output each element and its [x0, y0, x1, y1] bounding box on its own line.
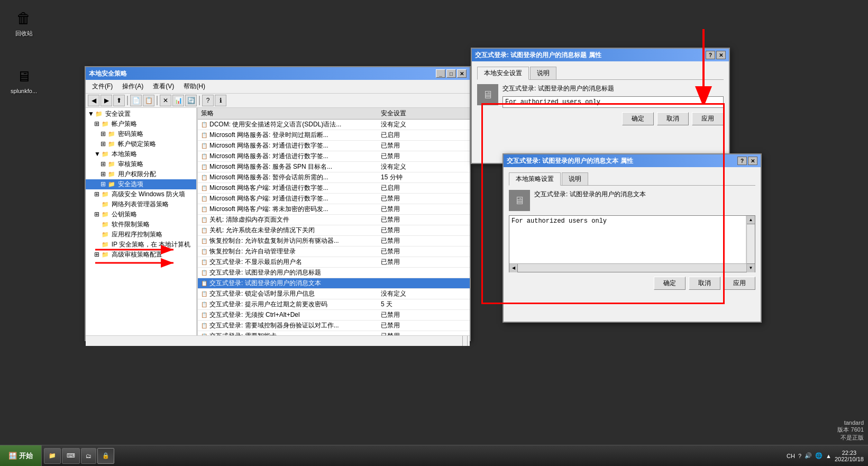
dialog1-cancel-btn[interactable]: 取消 — [657, 112, 689, 125]
policy-icon: 📋 — [201, 249, 207, 254]
policy-name: 📋交互式登录: 提示用户在过期之前更改密码 — [198, 299, 378, 310]
tree-secoptions[interactable]: ⊞ 📁 安全选项 — [86, 179, 196, 189]
table-row[interactable]: 📋DCOM: 使用安全描述符定义语言(SDDL)语法...没有定义 — [198, 120, 470, 130]
extra-button[interactable]: ℹ — [215, 95, 226, 106]
splunk-icon[interactable]: 🖥 splunkfo... — [5, 63, 42, 96]
table-row[interactable]: 📋Microsoft 网络客户端: 对通信进行数字签...已启用 — [198, 183, 470, 194]
tree-account[interactable]: ⊞ 📁 帐户策略 — [86, 119, 196, 129]
corner-line2: 版本 7601 — [837, 426, 864, 434]
tree-local[interactable]: ▼ 📁 本地策略 — [86, 149, 196, 159]
menu-view[interactable]: 查看(V) — [149, 81, 178, 92]
taskbar-security[interactable]: 🔒 — [97, 448, 114, 464]
main-title: 本地安全策略 — [89, 69, 127, 78]
table-row[interactable]: 📋Microsoft 网络客户端: 对通信进行数字签...已禁用 — [198, 194, 470, 204]
tree-appcontrol[interactable]: 📁 应用程序控制策略 — [86, 230, 196, 240]
taskbar-folder[interactable]: 🗂 — [81, 448, 96, 464]
forward-button[interactable]: ▶ — [100, 95, 112, 106]
policy-main-area: 策略 安全设置 📋DCOM: 使用安全描述符定义语言(SDDL)语法...没有定… — [198, 108, 470, 335]
table-row[interactable]: 📋Microsoft 网络客户端: 将未加密的密码发...已禁用 — [198, 204, 470, 215]
help-button[interactable]: ? — [202, 95, 214, 106]
dialog2-apply-btn[interactable]: 应用 — [724, 277, 755, 290]
taskbar-help-icon[interactable]: ? — [798, 453, 801, 459]
up-button[interactable]: ⬆ — [113, 95, 125, 106]
dialog2-cancel-btn[interactable]: 取消 — [689, 277, 720, 290]
import-button[interactable]: 📋 — [143, 95, 154, 106]
main-window: 本地安全策略 _ □ ✕ 文件(F) 操作(A) 查看(V) 帮助(H) ◀ ▶… — [85, 66, 471, 341]
table-row[interactable]: 📋交互式登录: 需要域控制器身份验证以对工作...已禁用 — [198, 321, 470, 331]
tree-netlist[interactable]: 📁 网络列表管理器策略 — [86, 199, 196, 209]
table-row[interactable]: 📋恢复控制台: 允许软盘复制并访问所有驱动器...已禁用 — [198, 236, 470, 246]
menu-action[interactable]: 操作(A) — [118, 81, 148, 92]
minimize-button[interactable]: _ — [436, 69, 445, 78]
tree-audit[interactable]: ⊞ 📁 审核策略 — [86, 159, 196, 169]
recycle-bin-icon[interactable]: 🗑 回收站 — [5, 5, 42, 40]
tree-root[interactable]: ▼ 📁 安全设置 — [86, 109, 196, 119]
start-button[interactable]: 🪟 开始 — [0, 445, 42, 466]
tree-password[interactable]: ⊞ 📁 密码策略 — [86, 129, 196, 139]
taskbar-explorer[interactable]: 📁 — [44, 448, 61, 464]
dialog1-title: 交互式登录: 试图登录的用户的消息标题 属性 — [475, 51, 601, 60]
policy-setting — [378, 268, 470, 278]
table-row[interactable]: 📋Microsoft 网络服务器: 对通信进行数字签...已禁用 — [198, 141, 470, 151]
tree-firewall[interactable]: ⊞ 📁 高级安全 Windows 防火墙 — [86, 189, 196, 199]
dialog1-tab-explain[interactable]: 说明 — [530, 67, 556, 79]
table-row[interactable]: 📋交互式登录: 无须按 Ctrl+Alt+Del已禁用 — [198, 310, 470, 321]
delete-button[interactable]: ✕ — [160, 95, 171, 106]
dialog2-ok-btn[interactable]: 确定 — [654, 277, 686, 290]
recycle-bin-label: 回收站 — [15, 30, 33, 38]
dialog2-help-btn[interactable]: ? — [737, 157, 747, 165]
dialog2-tab-settings[interactable]: 本地策略设置 — [509, 172, 561, 186]
taskbar-cmd[interactable]: ⌨ — [62, 448, 80, 464]
tree-advaudit[interactable]: ⊞ 📁 高级审核策略配置 — [86, 250, 196, 260]
props-button[interactable]: 📊 — [172, 95, 184, 106]
table-row[interactable]: 📋Microsoft 网络服务器: 登录时间过期后断...已启用 — [198, 130, 470, 141]
table-row[interactable]: 📋恢复控制台: 允许自动管理登录已禁用 — [198, 246, 470, 257]
policy-setting: 已禁用 — [378, 151, 470, 162]
tree-ipsec[interactable]: 📁 IP 安全策略，在 本地计算机 — [86, 240, 196, 250]
dialog1-tab-settings[interactable]: 本地安全设置 — [477, 67, 529, 80]
taskbar-sound-icon: 🔊 — [805, 452, 812, 459]
policy-icon: 📋 — [201, 291, 207, 297]
dialog1-apply-btn[interactable]: 应用 — [692, 112, 724, 125]
table-row[interactable]: 📋关机: 清除虚拟内存页面文件已禁用 — [198, 215, 470, 225]
dialog1-label: 交互式登录: 试图登录的用户的消息标题 — [502, 84, 724, 93]
table-row[interactable]: 📋交互式登录: 需要智能卡已禁用 — [198, 331, 470, 336]
policy-icon: 📋 — [201, 312, 207, 318]
dialog2-textarea[interactable]: For authorized users only — [509, 216, 745, 263]
table-row[interactable]: 📋交互式登录: 试图登录的用户的消息文本 — [198, 278, 470, 289]
policy-icon: 📋 — [201, 333, 207, 335]
table-row[interactable]: 📋Microsoft 网络服务器: 对通信进行数字签...已禁用 — [198, 151, 470, 162]
taskbar-date: 2022/10/18 — [835, 456, 864, 462]
table-row[interactable]: 📋交互式登录: 试图登录的用户的消息标题 — [198, 268, 470, 278]
table-row[interactable]: 📋交互式登录: 不显示最后的用户名已禁用 — [198, 257, 470, 268]
menu-file[interactable]: 文件(F) — [88, 81, 117, 92]
dialog1-ok-btn[interactable]: 确定 — [622, 112, 654, 125]
dialog1-input[interactable] — [502, 96, 724, 108]
close-button[interactable]: ✕ — [457, 69, 467, 78]
policy-icon: 📋 — [201, 185, 207, 191]
tree-pubkey[interactable]: ⊞ 📁 公钥策略 — [86, 209, 196, 220]
policy-name: 📋Microsoft 网络服务器: 服务器 SPN 目标名... — [198, 162, 378, 172]
policy-setting: 已启用 — [378, 183, 470, 194]
dialog2-tab-explain[interactable]: 说明 — [562, 172, 588, 185]
tree-softrestrict[interactable]: 📁 软件限制策略 — [86, 220, 196, 230]
dialog1-close-btn[interactable]: ✕ — [716, 51, 726, 59]
tree-userrights[interactable]: ⊞ 📁 用户权限分配 — [86, 169, 196, 179]
dialog2-label: 交互式登录: 试图登录的用户的消息文本 — [534, 190, 755, 199]
table-row[interactable]: 📋交互式登录: 锁定会话时显示用户信息没有定义 — [198, 289, 470, 299]
policy-icon: 📋 — [201, 259, 207, 265]
table-row[interactable]: 📋Microsoft 网络服务器: 暂停会话前所需的...15 分钟 — [198, 172, 470, 183]
dialog1-buttons: 确定 取消 应用 — [477, 112, 724, 125]
dialog2-close-btn[interactable]: ✕ — [748, 157, 757, 165]
back-button[interactable]: ◀ — [88, 95, 99, 106]
tree-lockout[interactable]: ⊞ 📁 帐户锁定策略 — [86, 139, 196, 149]
maximize-button[interactable]: □ — [446, 69, 456, 78]
table-row[interactable]: 📋交互式登录: 提示用户在过期之前更改密码5 天 — [198, 299, 470, 310]
table-row[interactable]: 📋关机: 允许系统在未登录的情况下关闭已禁用 — [198, 225, 470, 236]
menu-help[interactable]: 帮助(H) — [179, 81, 209, 92]
refresh-button[interactable]: 🔄 — [185, 95, 197, 106]
policy-icon: 📋 — [201, 217, 207, 223]
table-row[interactable]: 📋Microsoft 网络服务器: 服务器 SPN 目标名...没有定义 — [198, 162, 470, 172]
export-button[interactable]: 📄 — [130, 95, 142, 106]
dialog1-help-btn[interactable]: ? — [706, 51, 715, 59]
